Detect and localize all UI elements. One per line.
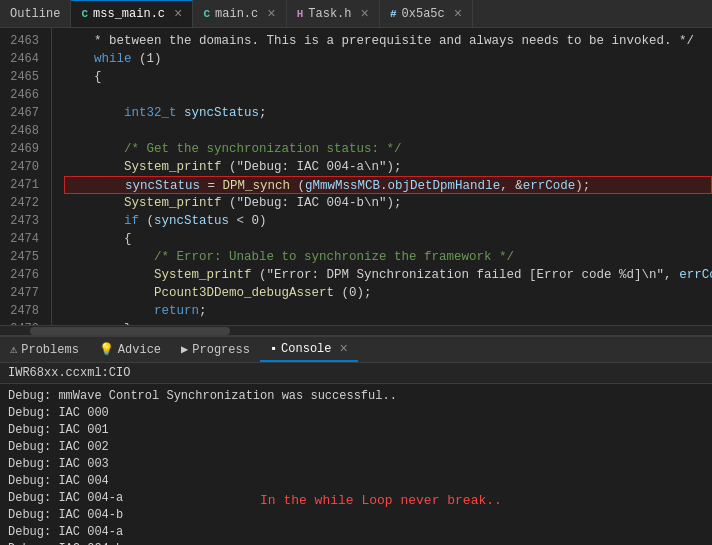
panel-tab-console-close[interactable]: × (340, 342, 348, 356)
code-line-2467: int32_t syncStatus; (64, 104, 712, 122)
console-line: Debug: IAC 004 (8, 473, 704, 490)
panel-tab-problems[interactable]: ⚠ Problems (0, 337, 89, 362)
panel-tab-advice[interactable]: 💡 Advice (89, 337, 171, 362)
code-line-2469: /* Get the synchronization status: */ (64, 140, 712, 158)
panel-tab-progress[interactable]: ▶ Progress (171, 337, 260, 362)
console-line: Debug: mmWave Control Synchronization wa… (8, 388, 704, 405)
console-line: Debug: IAC 000 (8, 405, 704, 422)
code-line-2472: System_printf ("Debug: IAC 004-b\n"); (64, 194, 712, 212)
tab-mss-main-c-label: mss_main.c (93, 7, 165, 21)
tab-mss-main-c[interactable]: C mss_main.c × (71, 0, 193, 27)
code-line-2470: System_printf ("Debug: IAC 004-a\n"); (64, 158, 712, 176)
tab-task-h-label: Task.h (308, 7, 351, 21)
code-line-2477: Pcount3DDemo_debugAssert (0); (64, 284, 712, 302)
tab-task-h[interactable]: H Task.h × (287, 0, 380, 27)
outline-tab-label: Outline (10, 7, 60, 21)
code-line-2464: while (1) (64, 50, 712, 68)
tab-outline[interactable]: Outline (0, 0, 71, 27)
progress-icon: ▶ (181, 342, 188, 357)
tab-hex-close[interactable]: × (454, 7, 462, 21)
code-line-2473: if (syncStatus < 0) (64, 212, 712, 230)
console-line: Debug: IAC 002 (8, 439, 704, 456)
editor-scrollbar-thumb[interactable] (30, 327, 230, 335)
c-file-icon-2: C (203, 8, 210, 20)
code-line-2474: { (64, 230, 712, 248)
code-line-2476: System_printf ("Error: DPM Synchronizati… (64, 266, 712, 284)
code-line-2475: /* Error: Unable to synchronize the fram… (64, 248, 712, 266)
code-line-2465: { (64, 68, 712, 86)
console-line: Debug: IAC 004-b (8, 541, 704, 545)
code-container: 2463246424652466246724682469247024712472… (0, 28, 712, 325)
code-line-2468 (64, 122, 712, 140)
editor-area: 2463246424652466246724682469247024712472… (0, 28, 712, 335)
tab-main-c-label: main.c (215, 7, 258, 21)
annotation-text: In the while Loop never break.. (260, 492, 502, 509)
console-header: IWR68xx.ccxml:CIO (0, 363, 712, 384)
panel-tab-advice-label: Advice (118, 343, 161, 357)
advice-icon: 💡 (99, 342, 114, 357)
hex-file-icon: # (390, 8, 397, 20)
tab-hex-label: 0x5a5c (402, 7, 445, 21)
problems-icon: ⚠ (10, 342, 17, 357)
c-file-icon: C (81, 8, 88, 20)
h-file-icon: H (297, 8, 304, 20)
code-line-2466 (64, 86, 712, 104)
console-line: Debug: IAC 004-b (8, 507, 704, 524)
console-line: Debug: IAC 003 (8, 456, 704, 473)
tab-hex[interactable]: # 0x5a5c × (380, 0, 473, 27)
code-content[interactable]: * between the domains. This is a prerequ… (52, 28, 712, 325)
panel-tab-console[interactable]: ▪ Console × (260, 337, 358, 362)
panel-tab-progress-label: Progress (192, 343, 250, 357)
line-numbers: 2463246424652466246724682469247024712472… (0, 28, 52, 325)
editor-scrollbar[interactable] (0, 325, 712, 335)
bottom-panel: ⚠ Problems 💡 Advice ▶ Progress ▪ Console… (0, 335, 712, 545)
console-line: Debug: IAC 001 (8, 422, 704, 439)
code-line-2471: syncStatus = DPM_synch (gMmwMssMCB.objDe… (64, 176, 712, 194)
panel-tab-console-label: Console (281, 342, 331, 356)
tab-task-h-close[interactable]: × (361, 7, 369, 21)
tab-mss-main-c-close[interactable]: × (174, 7, 182, 21)
console-content[interactable]: Debug: mmWave Control Synchronization wa… (0, 384, 712, 545)
tab-bar: Outline C mss_main.c × C main.c × H Task… (0, 0, 712, 28)
tab-main-c[interactable]: C main.c × (193, 0, 286, 27)
panel-tab-problems-label: Problems (21, 343, 79, 357)
console-icon: ▪ (270, 342, 277, 356)
code-line-2478: return; (64, 302, 712, 320)
console-line: Debug: IAC 004-a (8, 524, 704, 541)
panel-tab-bar: ⚠ Problems 💡 Advice ▶ Progress ▪ Console… (0, 337, 712, 363)
code-line-2463: * between the domains. This is a prerequ… (64, 32, 712, 50)
tab-main-c-close[interactable]: × (267, 7, 275, 21)
